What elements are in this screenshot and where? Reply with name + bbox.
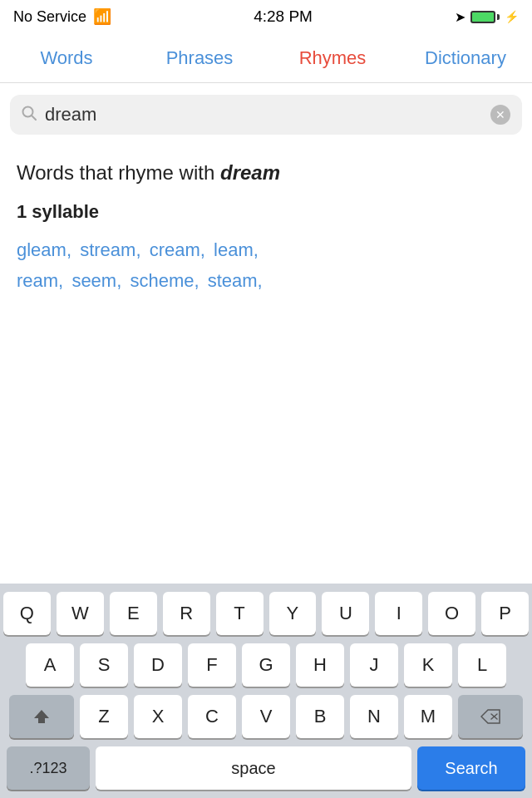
keyboard-row-1: Q W E R T Y U I O P — [3, 592, 529, 635]
key-o[interactable]: O — [428, 592, 475, 635]
backspace-key[interactable] — [458, 695, 523, 738]
key-n[interactable]: N — [350, 695, 398, 738]
key-e[interactable]: E — [110, 592, 157, 635]
key-k[interactable]: K — [404, 643, 452, 687]
key-u[interactable]: U — [322, 592, 369, 635]
carrier-label: No Service — [13, 8, 86, 26]
syllable-heading: 1 syllable — [17, 201, 515, 223]
bolt-icon: ⚡ — [505, 10, 519, 23]
key-p[interactable]: P — [481, 592, 529, 635]
key-m[interactable]: M — [404, 695, 452, 738]
clock: 4:28 PM — [254, 7, 313, 25]
shift-key[interactable] — [9, 695, 74, 738]
key-g[interactable]: G — [242, 643, 290, 687]
key-b[interactable]: B — [296, 695, 344, 738]
key-123[interactable]: .?123 — [7, 746, 90, 790]
space-key[interactable]: space — [96, 746, 411, 790]
battery-icon — [470, 11, 500, 23]
tab-words[interactable]: Words — [0, 39, 133, 77]
tab-phrases[interactable]: Phrases — [133, 39, 266, 77]
rhyme-word[interactable]: steam, — [208, 270, 263, 291]
key-r[interactable]: R — [163, 592, 210, 635]
key-y[interactable]: Y — [269, 592, 317, 635]
rhyme-word[interactable]: seem, — [71, 270, 121, 291]
key-s[interactable]: S — [80, 643, 128, 687]
search-input[interactable] — [45, 104, 490, 126]
rhyme-word[interactable]: leam, — [214, 239, 259, 260]
key-v[interactable]: V — [242, 695, 290, 738]
key-q[interactable]: Q — [3, 592, 51, 635]
clear-button[interactable]: ✕ — [490, 105, 510, 125]
key-t[interactable]: T — [216, 592, 264, 635]
search-bar: ✕ — [10, 95, 522, 135]
rhyme-title: Words that rhyme with dream — [17, 161, 515, 185]
rhyme-word[interactable]: scheme, — [130, 270, 199, 291]
key-l[interactable]: L — [458, 643, 506, 687]
search-icon — [22, 106, 37, 125]
rhyme-word[interactable]: cream, — [150, 239, 205, 260]
key-d[interactable]: D — [134, 643, 182, 687]
key-h[interactable]: H — [296, 643, 344, 687]
rhyme-word[interactable]: stream, — [80, 239, 140, 260]
svg-marker-2 — [34, 710, 49, 723]
keyboard-row-3: Z X C V B N M — [3, 695, 529, 738]
wifi-icon: 📶 — [93, 7, 111, 26]
key-x[interactable]: X — [134, 695, 182, 738]
tab-rhymes[interactable]: Rhymes — [266, 39, 399, 77]
rhyme-word[interactable]: ream, — [17, 270, 63, 291]
search-key[interactable]: Search — [417, 746, 525, 790]
tab-bar: Words Phrases Rhymes Dictionary — [0, 33, 532, 83]
svg-line-1 — [32, 116, 36, 120]
location-icon: ➤ — [455, 9, 466, 25]
key-j[interactable]: J — [350, 643, 398, 687]
status-bar: No Service 📶 4:28 PM ➤ ⚡ — [0, 0, 532, 33]
key-a[interactable]: A — [26, 643, 74, 687]
key-z[interactable]: Z — [80, 695, 128, 738]
key-i[interactable]: I — [375, 592, 422, 635]
rhyme-words: gleam, stream, cream, leam, ream, seem, … — [17, 234, 515, 297]
key-w[interactable]: W — [57, 592, 104, 635]
key-c[interactable]: C — [188, 695, 236, 738]
content-area: Words that rhyme with dream 1 syllable g… — [0, 146, 532, 297]
keyboard: Q W E R T Y U I O P A S D F G H J K L Z … — [0, 584, 532, 798]
keyboard-bottom-row: .?123 space Search — [3, 746, 529, 790]
rhyme-word[interactable]: gleam, — [17, 239, 71, 260]
key-f[interactable]: F — [188, 643, 236, 687]
keyboard-row-2: A S D F G H J K L — [3, 643, 529, 687]
tab-dictionary[interactable]: Dictionary — [399, 39, 532, 77]
